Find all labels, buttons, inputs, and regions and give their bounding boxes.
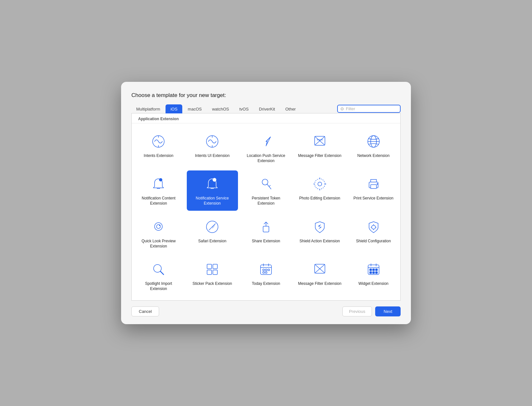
- item-label: Intents UI Extension: [195, 153, 230, 158]
- item-label: Photo Editing Extension: [299, 196, 340, 201]
- navigation-buttons: Previous Next: [342, 306, 401, 316]
- svg-rect-29: [371, 185, 376, 188]
- tab-multiplatform[interactable]: Multiplatform: [131, 104, 165, 113]
- item-quick-look[interactable]: Quick Look Preview Extension: [133, 213, 184, 253]
- item-spotlight[interactable]: Spotlight Import Extension: [133, 256, 184, 296]
- svg-rect-55: [263, 269, 264, 271]
- quick-look-icon: [150, 218, 167, 235]
- svg-rect-72: [375, 272, 377, 274]
- svg-rect-59: [265, 272, 267, 273]
- item-label: Shield Configuration: [356, 238, 391, 244]
- item-message-filter2[interactable]: Message Filter Extension: [294, 256, 345, 296]
- svg-point-22: [315, 179, 325, 189]
- item-shield-action[interactable]: Shield Action Extension: [294, 213, 345, 253]
- section-header: Application Extension: [132, 113, 400, 123]
- item-share[interactable]: Share Extension: [241, 213, 292, 253]
- svg-rect-71: [373, 272, 375, 274]
- sticker-pack-icon: [204, 261, 221, 278]
- tab-ios[interactable]: iOS: [166, 104, 182, 113]
- item-intents-ext[interactable]: Intents Extension: [133, 128, 184, 168]
- share-icon: [258, 218, 274, 235]
- notification-service-icon: [204, 176, 221, 192]
- svg-rect-47: [207, 264, 212, 269]
- item-photo-editing[interactable]: Photo Editing Extension: [294, 170, 345, 210]
- svg-rect-57: [268, 269, 270, 271]
- svg-rect-49: [207, 270, 212, 275]
- tab-watchos[interactable]: watchOS: [207, 104, 234, 113]
- today-icon: [258, 261, 274, 278]
- item-persistent-token[interactable]: Persistent Token Extension: [241, 170, 292, 210]
- item-label: Shield Action Extension: [299, 238, 340, 244]
- print-service-icon: [365, 176, 382, 192]
- persistent-token-icon: [258, 176, 274, 192]
- item-label: Notification Content Extension: [136, 196, 181, 206]
- svg-point-31: [155, 223, 162, 230]
- notification-content-icon: [150, 176, 167, 192]
- item-safari[interactable]: Safari Extension: [187, 213, 238, 253]
- dialog: Choose a template for your new target: M…: [121, 82, 411, 324]
- svg-point-23: [318, 182, 322, 186]
- item-message-filter[interactable]: Message Filter Extension: [294, 128, 345, 168]
- svg-point-40: [372, 225, 375, 229]
- item-label: Location Push Service Extension: [244, 153, 289, 163]
- item-label: Spotlight Import Extension: [136, 281, 181, 291]
- shield-action-icon: [311, 218, 328, 235]
- item-label: Intents Extension: [144, 153, 173, 158]
- item-sticker-pack[interactable]: Sticker Pack Extension: [187, 256, 238, 296]
- item-network-ext[interactable]: Network Extension: [348, 128, 399, 168]
- message-filter2-icon: [311, 261, 328, 278]
- filter-input[interactable]: [346, 106, 397, 111]
- item-label: Share Extension: [252, 238, 280, 244]
- footer: Cancel Previous Next: [131, 301, 401, 316]
- filter-icon: ⊙: [340, 106, 344, 111]
- svg-rect-70: [370, 272, 372, 274]
- svg-rect-68: [373, 269, 375, 271]
- svg-point-16: [159, 178, 162, 181]
- network-icon: [365, 133, 382, 150]
- item-print-service[interactable]: Print Service Extension: [348, 170, 399, 210]
- item-label: Quick Look Preview Extension: [136, 238, 181, 249]
- tab-tvos[interactable]: tvOS: [234, 104, 253, 113]
- svg-point-18: [213, 178, 216, 181]
- location-push-icon: [258, 133, 274, 150]
- tab-other[interactable]: Other: [280, 104, 301, 113]
- filter-box: ⊙: [337, 105, 401, 113]
- shield-config-icon: [365, 218, 382, 235]
- item-label: Message Filter Extension: [298, 153, 341, 158]
- item-label: Widget Extension: [358, 281, 388, 286]
- filter-input-wrap: ⊙: [337, 105, 401, 113]
- tab-macos[interactable]: macOS: [183, 104, 206, 113]
- item-label: Persistent Token Extension: [244, 196, 289, 206]
- item-label: Network Extension: [357, 153, 390, 158]
- svg-line-36: [209, 227, 212, 230]
- next-button[interactable]: Next: [375, 306, 401, 316]
- widget-icon: [365, 261, 382, 278]
- svg-point-33: [159, 225, 160, 226]
- item-notification-service[interactable]: Notification Service Extension: [187, 170, 238, 210]
- item-label: Today Extension: [252, 281, 280, 286]
- tab-bar: Multiplatform iOS macOS watchOS tvOS Dri…: [131, 104, 401, 113]
- item-location-push[interactable]: Location Push Service Extension: [241, 128, 292, 168]
- item-intents-ui-ext[interactable]: Intents UI Extension: [187, 128, 238, 168]
- message-filter-icon: [311, 133, 328, 150]
- item-notification-content[interactable]: Notification Content Extension: [133, 170, 184, 210]
- item-label: Print Service Extension: [354, 196, 394, 201]
- safari-icon: [204, 218, 221, 235]
- previous-button[interactable]: Previous: [342, 306, 372, 316]
- svg-line-46: [160, 271, 164, 275]
- svg-rect-38: [263, 226, 269, 232]
- item-today[interactable]: Today Extension: [241, 256, 292, 296]
- item-shield-config[interactable]: Shield Configuration: [348, 213, 399, 253]
- cancel-button[interactable]: Cancel: [131, 306, 159, 316]
- extensions-grid: Intents Extension Intents UI Extension: [132, 123, 400, 301]
- item-label: Sticker Pack Extension: [193, 281, 232, 286]
- svg-rect-69: [375, 269, 377, 271]
- tab-driverkit[interactable]: DriverKit: [254, 104, 280, 113]
- svg-rect-67: [370, 269, 372, 271]
- svg-point-30: [377, 183, 378, 185]
- item-label: Notification Service Extension: [190, 196, 235, 206]
- item-widget[interactable]: Widget Extension: [348, 256, 399, 296]
- svg-rect-56: [265, 269, 267, 271]
- svg-rect-48: [213, 264, 217, 269]
- photo-editing-icon: [311, 176, 328, 192]
